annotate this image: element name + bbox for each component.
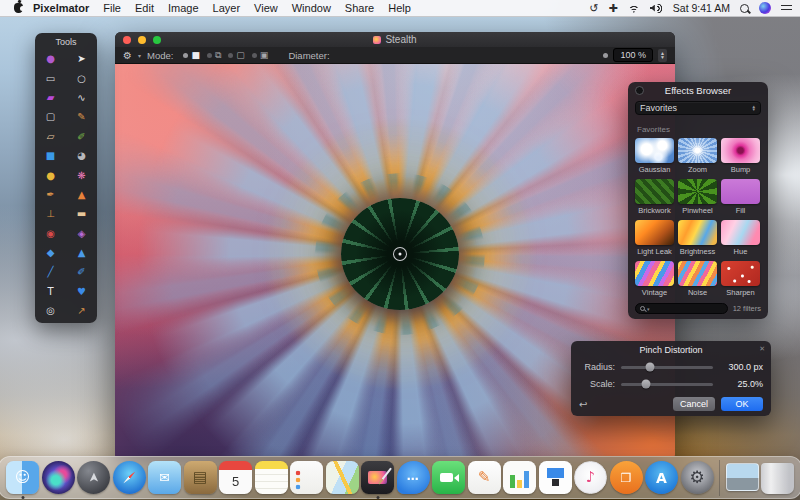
menu-item-share[interactable]: Share — [345, 2, 374, 14]
effect-thumb-noise[interactable] — [678, 261, 717, 286]
dock-icon-notes[interactable] — [255, 461, 288, 494]
mode-option-refine[interactable]: ▣ — [252, 50, 269, 60]
dock-icon-safari[interactable] — [113, 461, 146, 494]
effect-thumb-lightleak[interactable] — [635, 220, 674, 245]
dock-icon-itunes[interactable]: ♪ — [574, 461, 607, 494]
dock-icon-sysprefs[interactable]: ⚙ — [681, 461, 714, 494]
tool-gradient[interactable]: ■ — [35, 146, 66, 165]
apple-menu-icon[interactable] — [14, 3, 23, 13]
app-menu-pixelmator[interactable]: Pixelmator — [33, 2, 89, 14]
tool-arrange[interactable]: ➤ — [66, 49, 97, 68]
dock-icon-calendar[interactable]: 5 — [219, 461, 252, 494]
effect-thumb-fill[interactable] — [721, 179, 760, 204]
menu-item-image[interactable]: Image — [168, 2, 199, 14]
effect-thumb-hue[interactable] — [721, 220, 760, 245]
mode-option-erase[interactable]: ▢ — [228, 50, 245, 60]
siri-icon[interactable] — [759, 2, 771, 14]
dock-icon-siri[interactable] — [42, 461, 75, 494]
radius-value[interactable]: 300.0 px — [719, 362, 763, 372]
dock-icon-maps[interactable] — [326, 461, 359, 494]
effects-search-field[interactable]: ▾ — [635, 303, 728, 314]
menu-item-layer[interactable]: Layer — [213, 2, 241, 14]
four-arrows-icon[interactable]: ✚ — [609, 3, 618, 14]
mode-option-behind[interactable]: ⧉ — [207, 50, 221, 61]
menu-item-view[interactable]: View — [254, 2, 278, 14]
effect-thumb-sharpen[interactable] — [721, 261, 760, 286]
effect-thumb-gaussian[interactable] — [635, 138, 674, 163]
time-machine-icon[interactable]: ↺ — [589, 3, 598, 14]
tool-paint-brush[interactable]: ✎ — [66, 107, 97, 126]
zoom-stepper[interactable]: ▲▼ — [658, 49, 667, 62]
pinch-close-icon[interactable]: ✕ — [759, 345, 765, 353]
dock-icon-facetime[interactable] — [432, 461, 465, 494]
zoom-level-field[interactable]: 100 % — [613, 48, 653, 62]
effect-thumb-brightness[interactable] — [678, 220, 717, 245]
tool-type[interactable]: T — [35, 282, 66, 301]
cancel-button[interactable]: Cancel — [673, 397, 715, 411]
tool-eraser[interactable]: ▱ — [35, 127, 66, 146]
tool-swatches[interactable]: ❋ — [66, 165, 97, 184]
scale-slider-thumb[interactable] — [641, 380, 650, 389]
radius-slider-thumb[interactable] — [645, 363, 654, 372]
dock-icon-appstore[interactable]: A — [645, 461, 678, 494]
window-titlebar[interactable]: Stealth — [115, 32, 675, 47]
tool-zoom[interactable]: ◎ — [35, 301, 66, 320]
dock-icon-launchpad[interactable]: ➤ — [77, 461, 110, 494]
tool-smudge[interactable]: ▲ — [66, 185, 97, 204]
menu-item-window[interactable]: Window — [292, 2, 331, 14]
tool-move[interactable]: ● — [35, 49, 66, 68]
tool-lasso[interactable]: ∿ — [66, 88, 97, 107]
tool-crop[interactable]: ▢ — [35, 107, 66, 126]
scale-slider[interactable] — [621, 383, 713, 386]
tool-rectangular-selection[interactable]: ▭ — [35, 68, 66, 87]
dock-icon-keynote[interactable] — [539, 461, 572, 494]
tool-sponge[interactable]: ◕ — [66, 146, 97, 165]
menu-bar-clock[interactable]: Sat 9:41 AM — [673, 2, 730, 14]
distortion-center-handle[interactable] — [393, 247, 407, 261]
ok-button[interactable]: OK — [721, 397, 763, 411]
dock-icon-finder[interactable]: ☺ — [6, 461, 39, 494]
dock-icon-mail[interactable]: ✉ — [148, 461, 181, 494]
tool-magic-wand[interactable]: ▰ — [35, 88, 66, 107]
gear-icon[interactable]: ⚙ — [123, 50, 132, 61]
tool-sharpen[interactable]: ▲ — [66, 243, 97, 262]
tool-dodge[interactable]: ● — [35, 165, 66, 184]
effect-thumb-vintage[interactable] — [635, 261, 674, 286]
effects-category-dropdown[interactable]: Favorites ▲▼ — [635, 101, 761, 115]
tool-line[interactable]: ╱ — [35, 262, 66, 281]
gear-chevron-icon[interactable]: ▾ — [138, 52, 141, 59]
reset-icon[interactable]: ↩ — [579, 399, 587, 410]
tool-eyedropper[interactable]: ↗ — [66, 301, 97, 320]
dock-icon-ibooks[interactable]: ❐ — [610, 461, 643, 494]
wifi-icon[interactable] — [628, 4, 640, 13]
dock-icon-numbers[interactable] — [503, 461, 536, 494]
menu-item-file[interactable]: File — [103, 2, 121, 14]
effect-thumb-pinwheel[interactable] — [678, 179, 717, 204]
notification-center-icon[interactable] — [781, 4, 792, 13]
scale-value[interactable]: 25.0% — [719, 379, 763, 389]
tool-shape[interactable]: ♥ — [66, 282, 97, 301]
dock-icon-trash[interactable] — [761, 463, 794, 494]
tool-healing[interactable]: ▬ — [66, 204, 97, 223]
effect-thumb-brickwork[interactable] — [635, 179, 674, 204]
effect-thumb-bump[interactable] — [721, 138, 760, 163]
tool-saturate[interactable]: ◈ — [66, 224, 97, 243]
mode-option-paint[interactable]: ■ — [183, 50, 200, 60]
dock-icon-contacts[interactable]: ▤ — [184, 461, 217, 494]
spotlight-icon[interactable] — [740, 4, 749, 13]
volume-icon[interactable] — [650, 4, 663, 13]
tool-draw-pencil[interactable]: ✐ — [66, 262, 97, 281]
dock-icon-pixelmator[interactable] — [361, 461, 394, 494]
dock-icon-messages[interactable]: … — [397, 461, 430, 494]
tool-pen[interactable]: ✒ — [35, 185, 66, 204]
menu-item-edit[interactable]: Edit — [135, 2, 154, 14]
menu-item-help[interactable]: Help — [388, 2, 411, 14]
dock-icon-pages[interactable]: ✎ — [468, 461, 501, 494]
document-proxy-icon[interactable] — [373, 36, 381, 44]
effect-thumb-zoom[interactable] — [678, 138, 717, 163]
tool-clone-stamp[interactable]: ⊥ — [35, 204, 66, 223]
tool-pencil[interactable]: ✐ — [66, 127, 97, 146]
dock-icon-reminders[interactable] — [290, 461, 323, 494]
tool-blur[interactable]: ◆ — [35, 243, 66, 262]
dock-icon-downloads[interactable] — [726, 463, 759, 491]
